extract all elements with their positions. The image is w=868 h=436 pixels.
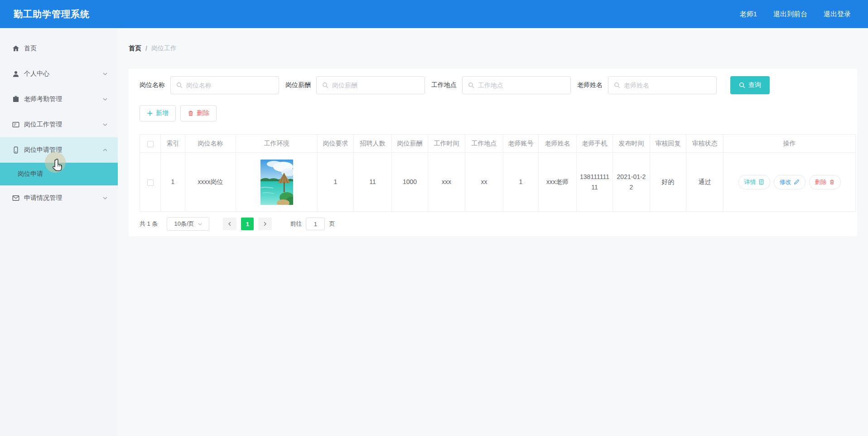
detail-button[interactable]: 详情 [738, 175, 770, 189]
chevron-left-icon [227, 221, 232, 227]
cell-select [140, 153, 161, 212]
app-title: 勤工助学管理系统 [14, 8, 90, 20]
cell-audit-status: 通过 [686, 153, 723, 212]
select-all-checkbox[interactable] [147, 141, 154, 147]
work-environment-image[interactable] [260, 160, 293, 205]
job-name-input[interactable] [186, 82, 273, 89]
delete-button[interactable]: 删除 [809, 175, 841, 189]
pagination: 共 1 条 10条/页 1 前往 页 [140, 217, 846, 231]
col-header-job-name: 岗位名称 [185, 135, 236, 153]
breadcrumb-separator: / [145, 45, 147, 52]
col-header-publish-date: 发布时间 [613, 135, 650, 153]
briefcase-icon [12, 95, 20, 103]
col-header-actions: 操作 [723, 135, 856, 153]
cell-audit-reply: 好的 [650, 153, 686, 212]
col-header-work-time: 工作时间 [428, 135, 465, 153]
place-input-wrap [462, 76, 571, 94]
plus-icon [147, 110, 153, 116]
edit-button[interactable]: 修改 [774, 175, 805, 189]
chevron-down-icon [102, 195, 108, 201]
goto-unit: 页 [329, 220, 335, 228]
cell-actions: 详情 修改 删除 [723, 153, 856, 212]
filter-label: 岗位名称 [140, 81, 165, 89]
jobs-table: 索引 岗位名称 工作环境 岗位要求 招聘人数 岗位薪酬 工作时间 工作地点 老师… [140, 134, 856, 212]
cell-teacher-account: 1 [503, 153, 539, 212]
search-button[interactable]: 查询 [730, 76, 770, 94]
breadcrumb-current: 岗位工作 [151, 44, 177, 53]
filter-teacher: 老师姓名 [577, 76, 717, 94]
home-icon [12, 44, 20, 53]
filter-salary: 岗位薪酬 [285, 76, 425, 94]
cell-index: 1 [161, 153, 185, 212]
header-logout-front-link[interactable]: 退出到前台 [773, 10, 807, 19]
main-content: 首页 / 岗位工作 岗位名称 岗位薪酬 [118, 28, 868, 436]
breadcrumb-home[interactable]: 首页 [129, 44, 141, 53]
goto-page-input[interactable] [306, 218, 325, 230]
row-checkbox[interactable] [147, 179, 154, 186]
teacher-input[interactable] [624, 82, 711, 89]
col-header-audit-reply: 审核回复 [650, 135, 686, 153]
search-icon [614, 82, 620, 88]
filter-label: 工作地点 [431, 81, 457, 89]
sidebar-item-personal-center[interactable]: 个人中心 [0, 61, 118, 87]
sidebar-item-label: 岗位申请管理 [24, 146, 102, 154]
search-icon [468, 82, 474, 88]
chevron-right-icon [262, 221, 268, 227]
breadcrumb: 首页 / 岗位工作 [129, 44, 177, 53]
salary-input-wrap [316, 76, 425, 94]
add-button[interactable]: 新增 [140, 105, 176, 121]
salary-input[interactable] [332, 82, 419, 89]
prev-page-button[interactable] [223, 218, 236, 230]
table-header-row: 索引 岗位名称 工作环境 岗位要求 招聘人数 岗位薪酬 工作时间 工作地点 老师… [140, 135, 856, 153]
col-header-select [140, 135, 161, 153]
sidebar-item-label: 岗位工作管理 [24, 121, 102, 129]
chevron-down-icon [102, 97, 108, 102]
cell-requirement: 1 [318, 153, 354, 212]
col-header-teacher-phone: 老师手机 [577, 135, 613, 153]
header-nav: 老师1 退出到前台 退出登录 [740, 10, 851, 19]
chevron-down-icon [198, 222, 203, 227]
chevron-up-icon [102, 147, 108, 153]
col-header-work-place: 工作地点 [465, 135, 503, 153]
trash-icon [188, 110, 194, 116]
cell-job-name: xxxx岗位 [185, 153, 236, 212]
cell-recruit-count: 11 [354, 153, 392, 212]
sidebar-item-job-work-mgmt[interactable]: 岗位工作管理 [0, 112, 118, 137]
col-header-index: 索引 [161, 135, 185, 153]
sidebar-item-apply-status-mgmt[interactable]: 申请情况管理 [0, 185, 118, 211]
content-card: 岗位名称 岗位薪酬 工作地点 [129, 69, 857, 236]
batch-delete-button[interactable]: 删除 [180, 105, 217, 121]
col-header-teacher-name: 老师姓名 [539, 135, 577, 153]
filter-row: 岗位名称 岗位薪酬 工作地点 [140, 76, 846, 94]
goto-label: 前往 [290, 220, 302, 228]
pencil-icon [794, 179, 800, 185]
page-size-select[interactable]: 10条/页 [167, 217, 209, 231]
place-input[interactable] [478, 82, 565, 89]
chevron-down-icon [102, 122, 108, 127]
search-icon [322, 82, 328, 88]
header-username[interactable]: 老师1 [740, 10, 757, 19]
filter-job-name: 岗位名称 [140, 76, 279, 94]
sidebar-item-label: 首页 [24, 44, 108, 53]
sidebar-item-job-apply-mgmt[interactable]: 岗位申请管理 [0, 137, 118, 163]
sidebar-item-label: 个人中心 [24, 70, 102, 78]
teacher-input-wrap [608, 76, 717, 94]
col-header-teacher-account: 老师账号 [503, 135, 539, 153]
cell-publish-date: 2021-01-22 [613, 153, 650, 212]
page-number-active[interactable]: 1 [241, 218, 254, 230]
chevron-down-icon [102, 71, 108, 77]
header-logout-link[interactable]: 退出登录 [824, 10, 851, 19]
mobile-icon [12, 146, 20, 154]
job-name-input-wrap [170, 76, 279, 94]
col-header-salary: 岗位薪酬 [392, 135, 428, 153]
col-header-work-env: 工作环境 [236, 135, 318, 153]
next-page-button[interactable] [258, 218, 272, 230]
sidebar-subitem-job-apply[interactable]: 岗位申请 [0, 163, 118, 185]
cell-teacher-phone: 13811111111 [577, 153, 613, 212]
app-root: 勤工助学管理系统 老师1 退出到前台 退出登录 首页 个人中心 老师考勤管理 岗… [0, 0, 868, 436]
table-toolbar: 新增 删除 [140, 105, 846, 121]
sidebar-item-home[interactable]: 首页 [0, 36, 118, 61]
col-header-requirement: 岗位要求 [318, 135, 354, 153]
sidebar-item-teacher-attendance[interactable]: 老师考勤管理 [0, 87, 118, 112]
cell-teacher-name: xxx老师 [539, 153, 577, 212]
